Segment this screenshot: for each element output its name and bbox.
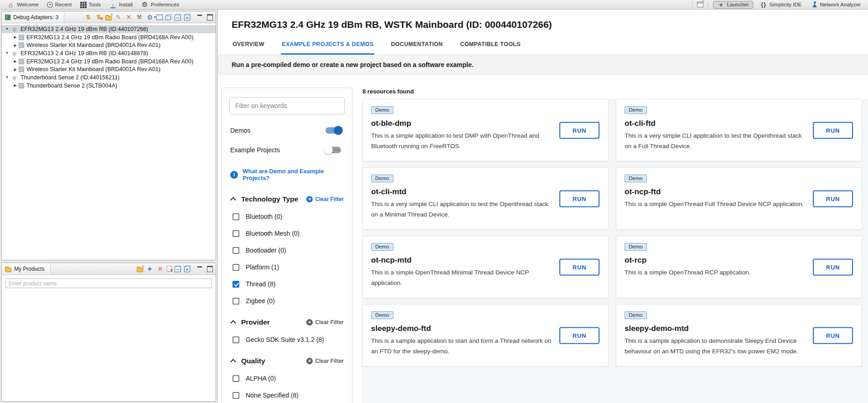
connect-icon[interactable] — [84, 13, 92, 21]
tree-row[interactable]: ▶EFR32MG13 2.4 GHz 19 dBm Radio Board (B… — [2, 33, 216, 41]
filter-section-title: Quality — [241, 357, 265, 365]
perspective-network-analyzer[interactable]: Network Analyzer — [808, 1, 864, 9]
demo-badge: Demo — [371, 243, 393, 251]
add-icon[interactable] — [146, 265, 154, 273]
product-search-input[interactable] — [5, 279, 212, 288]
filter-option: None Specified (8) — [232, 392, 345, 399]
demo-badge: Demo — [625, 106, 647, 114]
clear-filter-button[interactable]: ✕Clear Filter — [306, 358, 344, 364]
tab-overview[interactable]: OVERVIEW — [232, 38, 265, 55]
home-icon — [7, 1, 15, 9]
rename-icon[interactable] — [114, 13, 122, 21]
maximize-icon[interactable] — [206, 13, 214, 21]
expand-all-icon[interactable] — [184, 15, 190, 21]
chevron-up-icon[interactable] — [230, 359, 236, 365]
clear-filter-button[interactable]: ✕Clear Filter — [306, 319, 344, 326]
toggle-row-example-projects: Example Projects — [230, 146, 341, 154]
open-perspective-icon[interactable] — [697, 2, 703, 7]
chevron-expanded-icon[interactable]: ▼ — [5, 27, 10, 31]
checkbox-platform-1[interactable] — [232, 264, 239, 271]
new-folder-icon[interactable] — [137, 268, 143, 272]
detail-view-icon[interactable] — [165, 16, 170, 20]
checkbox-zigbee-0[interactable] — [232, 298, 239, 305]
tree-row-label: EFR32MG13 2.4 GHz 19 dBm Radio Board (BR… — [26, 58, 193, 65]
circle-x-icon: ✕ — [306, 358, 313, 364]
run-button[interactable]: RUN — [559, 258, 599, 275]
chevron-up-icon[interactable] — [230, 320, 236, 326]
tree-row[interactable]: ▶EFR32MG13 2.4 GHz 19 dBm Radio Board (B… — [2, 57, 216, 66]
checkbox-alpha-0[interactable] — [232, 375, 239, 382]
chevron-up-icon[interactable] — [230, 197, 236, 203]
tree-row[interactable]: ▼EFR32MG13 2.4 GHz 19 dBm RB (ID:4401072… — [2, 25, 216, 33]
checkbox-bootloader-0[interactable] — [232, 247, 239, 254]
filter-section-title: Technology Type — [241, 195, 298, 203]
tab-documentation[interactable]: DOCUMENTATION — [390, 38, 444, 55]
run-button[interactable]: RUN — [559, 327, 599, 344]
toggle-demos[interactable] — [326, 127, 341, 134]
usb-icon — [10, 73, 18, 81]
chevron-expanded-icon[interactable]: ▼ — [5, 51, 10, 55]
filter-option-label: Platform (1) — [246, 264, 279, 271]
tree-row[interactable]: ▼EFR32MG13 2.4 GHz 19 dBm RB (ID:4401488… — [2, 49, 216, 57]
run-button[interactable]: RUN — [813, 258, 853, 275]
expand-all-icon[interactable] — [184, 266, 190, 272]
chevron-expanded-icon[interactable]: ▼ — [5, 75, 10, 79]
debug-adapters-tab[interactable]: Debug Adapters: 3 — [2, 11, 64, 23]
menu-item-welcome[interactable]: Welcome — [3, 0, 43, 9]
checkbox-bluetooth-0[interactable] — [232, 213, 239, 220]
demo-badge: Demo — [625, 243, 647, 251]
run-button[interactable]: RUN — [559, 190, 599, 207]
demo-info-link[interactable]: What are Demo and Example Projects? — [243, 168, 345, 181]
menu-item-tools[interactable]: Tools — [76, 0, 105, 9]
table-view-icon[interactable] — [156, 15, 163, 20]
new-folder-icon[interactable] — [105, 16, 112, 21]
keyword-filter-input[interactable] — [229, 97, 345, 114]
checkbox-gecko-sdk-suite-v3-1-2-8[interactable] — [232, 336, 239, 343]
run-button[interactable]: RUN — [559, 122, 599, 139]
tree-row[interactable]: ▼Thunderboard Sense 2 (ID:440156211) — [2, 73, 216, 82]
chevron-collapsed-icon[interactable]: ▶ — [13, 67, 18, 72]
chevron-collapsed-icon[interactable]: ▶ — [13, 43, 18, 47]
delete-icon[interactable] — [156, 265, 164, 273]
filter-section-header-quality: Quality✕Clear Filter — [230, 357, 344, 365]
tree-row[interactable]: ▶Wireless Starter Kit Mainboard (BRD4001… — [2, 65, 216, 73]
usb-icon — [10, 25, 18, 33]
chevron-collapsed-icon[interactable]: ▶ — [13, 35, 18, 39]
tree-row[interactable]: ▶Thunderboard Sense 2 (SLTB004A) — [2, 82, 216, 90]
checkbox-thread-8[interactable] — [232, 281, 239, 288]
tab-compatible-tools[interactable]: COMPATIBLE TOOLS — [459, 38, 522, 55]
minimize-icon[interactable] — [196, 265, 203, 273]
tree-row-label: EFR32MG13 2.4 GHz 19 dBm RB (ID:44014887… — [21, 50, 148, 57]
tab-example-projects-demos[interactable]: EXAMPLE PROJECTS & DEMOS — [281, 38, 375, 55]
toggle-example-projects[interactable] — [326, 147, 341, 153]
perspective-launcher[interactable]: Launcher — [713, 1, 753, 9]
menubar-items: WelcomeRecentToolsInstallPreferences — [3, 0, 183, 9]
tree-row[interactable]: ▶Wireless Starter Kit Mainboard (BRD4001… — [2, 41, 216, 49]
chevron-collapsed-icon[interactable]: ▶ — [13, 83, 18, 88]
run-button[interactable]: RUN — [813, 190, 853, 207]
my-products-toolbar — [137, 265, 214, 273]
resource-card-sleepy-demo-ftd: Demosleepy-demo-ftdThis is a sample appl… — [362, 304, 609, 367]
delete-icon[interactable] — [125, 13, 133, 21]
collapse-all-icon[interactable] — [175, 266, 181, 272]
run-button[interactable]: RUN — [813, 122, 853, 139]
maximize-icon[interactable] — [206, 265, 214, 273]
menu-item-install[interactable]: Install — [105, 0, 137, 9]
tools-icon[interactable] — [135, 13, 143, 21]
chevron-collapsed-icon[interactable]: ▶ — [13, 59, 18, 63]
checkbox-none-specified-8[interactable] — [232, 392, 239, 399]
gear-drop-icon[interactable] — [146, 13, 154, 21]
perspective-buttons: LauncherSimplicity IDENetwork Analyzer — [713, 1, 864, 9]
my-products-tab[interactable]: My Products — [2, 263, 51, 274]
clear-filter-button[interactable]: ✕Clear Filter — [306, 196, 344, 202]
perspective-simplicity-ide[interactable]: Simplicity IDE — [756, 1, 806, 9]
run-button[interactable]: RUN — [813, 327, 853, 344]
minimize-icon[interactable] — [196, 13, 203, 21]
collapse-all-icon[interactable] — [175, 15, 181, 21]
remove-file-icon[interactable] — [167, 266, 172, 272]
menu-item-recent[interactable]: Recent — [43, 0, 76, 9]
clear-filter-label: Clear Filter — [315, 319, 344, 326]
menu-item-preferences[interactable]: Preferences — [137, 0, 183, 9]
disconnect-icon[interactable] — [95, 13, 103, 21]
checkbox-bluetooth-mesh-0[interactable] — [232, 230, 239, 237]
